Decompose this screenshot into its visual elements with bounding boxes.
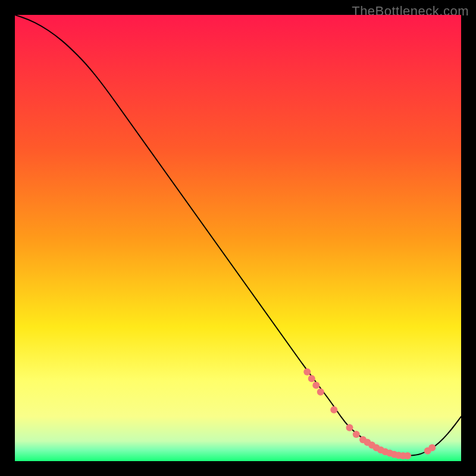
chart-frame: TheBottleneck.com: [0, 0, 476, 476]
data-marker: [404, 452, 411, 459]
data-marker: [317, 389, 324, 396]
data-marker: [346, 424, 353, 431]
gradient-background: [15, 15, 461, 461]
data-marker: [312, 382, 320, 389]
data-marker: [428, 444, 436, 452]
plot-area: [15, 15, 461, 461]
data-marker: [303, 368, 311, 375]
data-marker: [330, 406, 337, 414]
data-marker: [353, 431, 360, 438]
data-marker: [308, 375, 315, 382]
chart-svg: [15, 15, 461, 461]
